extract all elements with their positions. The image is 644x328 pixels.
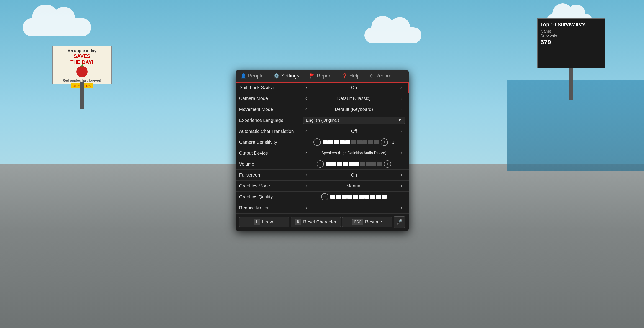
shift-lock-value: On: [312, 85, 396, 90]
tab-help[interactable]: ❓ Help: [337, 70, 365, 82]
settings-icon: ⚙️: [274, 73, 279, 78]
settings-modal: 👤 People ⚙️ Settings 🚩 Report ❓ Help ⊙ R…: [236, 70, 409, 230]
leave-key: L: [254, 219, 260, 225]
setting-camera-sensitivity: Camera Sensitivity −: [236, 137, 409, 148]
tab-record[interactable]: ⊙ Record: [365, 70, 396, 82]
reduce-motion-control: ‹ ... ›: [303, 204, 405, 211]
tab-report-label: Report: [317, 73, 332, 79]
vol-seg-5: [348, 162, 354, 166]
camera-mode-control: ‹ Default (Classic) ›: [303, 95, 405, 102]
seg-7: [357, 140, 362, 144]
movement-mode-next[interactable]: ›: [398, 106, 405, 113]
tab-people[interactable]: 👤 People: [236, 70, 269, 82]
volume-control: − +: [303, 160, 405, 168]
volume-minus[interactable]: −: [317, 160, 324, 168]
help-icon: ❓: [342, 73, 348, 78]
setting-experience-language: Experience Language English (Original) ▼: [236, 115, 409, 126]
seg-9: [368, 140, 373, 144]
vol-seg-1: [326, 162, 331, 166]
camera-sensitivity-plus[interactable]: +: [381, 138, 388, 146]
graphics-mode-control: ‹ Manual ›: [303, 182, 405, 189]
fullscreen-next[interactable]: ›: [398, 172, 405, 178]
camera-mode-value: Default (Classic): [312, 96, 396, 101]
experience-language-dropdown[interactable]: English (Original) ▼: [303, 116, 405, 124]
tab-settings-label: Settings: [281, 73, 299, 79]
vol-seg-10: [377, 162, 382, 166]
setting-camera-mode: Camera Mode ‹ Default (Classic) ›: [236, 93, 409, 104]
graphics-mode-value: Manual: [312, 183, 396, 188]
fullscreen-prev[interactable]: ‹: [303, 172, 310, 178]
seg-5: [345, 140, 350, 144]
graphics-quality-control: −: [303, 193, 405, 200]
setting-fullscreen: Fullscreen ‹ On ›: [236, 170, 409, 181]
shift-lock-prev[interactable]: ‹: [304, 84, 310, 91]
graphics-mode-next[interactable]: ›: [398, 182, 405, 189]
fullscreen-label: Fullscreen: [239, 172, 303, 178]
volume-plus[interactable]: +: [384, 160, 391, 168]
graphics-mode-label: Graphics Mode: [239, 183, 303, 188]
vol-seg-9: [371, 162, 376, 166]
tab-report[interactable]: 🚩 Report: [304, 70, 337, 82]
seg-1: [322, 140, 328, 144]
setting-volume: Volume − +: [236, 159, 409, 170]
reduce-motion-prev[interactable]: ‹: [303, 204, 310, 211]
graphics-mode-prev[interactable]: ‹: [303, 182, 310, 189]
experience-language-control: English (Original) ▼: [303, 116, 405, 124]
tab-settings[interactable]: ⚙️ Settings: [268, 70, 304, 82]
camera-mode-prev[interactable]: ‹: [303, 95, 310, 102]
reset-label: Reset Character: [303, 219, 336, 224]
graphics-quality-slider: [330, 195, 386, 199]
movement-mode-value: Default (Keyboard): [312, 107, 396, 112]
settings-content: Shift Lock Switch ‹ On › Camera Mode ‹ D…: [236, 82, 409, 214]
graphics-quality-label: Graphics Quality: [239, 194, 303, 200]
setting-graphics-quality: Graphics Quality −: [236, 192, 409, 202]
seg-6: [351, 140, 356, 144]
shift-lock-next[interactable]: ›: [398, 84, 404, 91]
output-device-next[interactable]: ›: [398, 150, 405, 156]
camera-mode-label: Camera Mode: [239, 96, 303, 101]
mic-button[interactable]: 🎤: [394, 216, 405, 228]
mic-icon: 🎤: [396, 219, 402, 225]
auto-chat-control: ‹ Off ›: [303, 128, 405, 134]
setting-auto-chat: Automatic Chat Translation ‹ Off ›: [236, 126, 409, 137]
resume-button[interactable]: ESC Resume: [342, 217, 392, 227]
auto-chat-label: Automatic Chat Translation: [239, 129, 303, 134]
movement-mode-prev[interactable]: ‹: [303, 106, 310, 113]
tab-bar: 👤 People ⚙️ Settings 🚩 Report ❓ Help ⊙ R…: [236, 70, 409, 82]
setting-graphics-mode: Graphics Mode ‹ Manual ›: [236, 181, 409, 192]
auto-chat-next[interactable]: ›: [398, 128, 405, 134]
setting-shift-lock-switch: Shift Lock Switch ‹ On ›: [236, 82, 409, 93]
experience-language-value: English (Original): [306, 118, 339, 123]
volume-label: Volume: [239, 162, 303, 167]
seg-4: [340, 140, 345, 144]
tab-people-label: People: [248, 73, 264, 79]
resume-key: ESC: [352, 219, 363, 225]
leave-button[interactable]: L Leave: [239, 217, 289, 227]
reduce-motion-value: ...: [312, 205, 396, 210]
reduce-motion-label: Reduce Motion: [239, 205, 303, 210]
record-icon: ⊙: [370, 73, 374, 78]
vol-seg-3: [337, 162, 342, 166]
vol-seg-7: [360, 162, 365, 166]
volume-slider: [326, 162, 382, 166]
vol-seg-6: [354, 162, 359, 166]
reset-key: R: [295, 219, 302, 225]
shift-lock-label: Shift Lock Switch: [240, 85, 304, 90]
output-device-prev[interactable]: ‹: [303, 150, 310, 156]
fullscreen-control: ‹ On ›: [303, 172, 405, 178]
movement-mode-label: Movement Mode: [239, 107, 303, 112]
people-icon: 👤: [240, 73, 246, 78]
seg-8: [362, 140, 368, 144]
camera-sensitivity-minus[interactable]: −: [314, 138, 321, 146]
reduce-motion-next[interactable]: ›: [398, 204, 405, 211]
graphics-quality-minus[interactable]: −: [321, 193, 328, 200]
report-icon: 🚩: [309, 73, 315, 78]
tab-record-label: Record: [376, 73, 392, 79]
tab-help-label: Help: [350, 73, 360, 79]
setting-movement-mode: Movement Mode ‹ Default (Keyboard) ›: [236, 104, 409, 115]
vol-seg-2: [332, 162, 336, 166]
auto-chat-prev[interactable]: ‹: [303, 128, 310, 134]
seg-2: [328, 140, 333, 144]
reset-character-button[interactable]: R Reset Character: [291, 217, 341, 227]
camera-mode-next[interactable]: ›: [398, 95, 405, 102]
